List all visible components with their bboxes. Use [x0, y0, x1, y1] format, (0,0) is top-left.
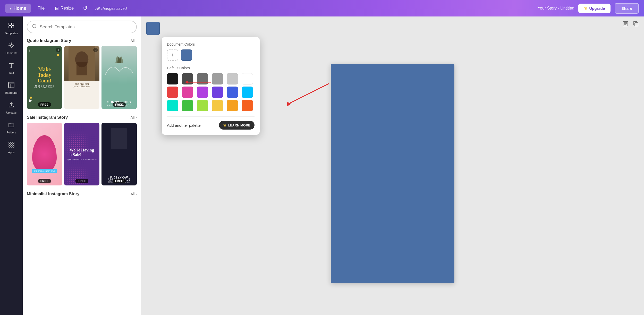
deco-dot — [57, 54, 59, 56]
folders-icon — [8, 121, 15, 130]
home-label: Home — [13, 6, 26, 11]
color-yellow[interactable] — [212, 100, 223, 111]
sale-section-title: Sale Instagram Story — [27, 115, 68, 120]
share-button[interactable]: Share — [615, 3, 639, 14]
default-colors-title: Default Colors — [167, 66, 255, 70]
sale-template-grid: END OF SEASON TOY SALE FREE We're Having… — [27, 123, 137, 186]
free-badge-apparel: FREE — [113, 179, 126, 183]
quote-see-all[interactable]: All › — [131, 39, 137, 43]
template-card-coffee[interactable]: × #put milk withyour coffee, no? — [64, 46, 99, 109]
document-colors-title: Document Colors — [167, 42, 255, 46]
sale-section-header: Sale Instagram Story All › — [27, 115, 137, 120]
crown-icon: ♛ — [584, 6, 587, 10]
color-red[interactable] — [167, 87, 178, 98]
sidebar-item-background-label: Bkground — [5, 91, 17, 94]
learn-more-button[interactable]: ♛ LEARN MORE — [219, 121, 255, 130]
sidebar-item-templates[interactable]: Templates — [1, 19, 22, 38]
svg-rect-14 — [9, 146, 10, 147]
file-label: File — [38, 6, 45, 11]
color-mid-gray[interactable] — [197, 73, 208, 84]
background-icon — [8, 82, 15, 90]
chevron-left-icon: ‹ — [10, 6, 11, 11]
card-coffee-text: #put milk withyour coffee, no? — [66, 83, 97, 88]
canvas-slide[interactable] — [331, 64, 454, 283]
undo-button[interactable]: ↺ — [80, 3, 90, 13]
color-lime[interactable] — [197, 100, 208, 111]
color-orange[interactable] — [227, 100, 238, 111]
topbar: ‹ Home File ⊞ Resize ↺ All changes saved… — [0, 0, 644, 16]
svg-rect-2 — [9, 26, 11, 28]
home-button[interactable]: ‹ Home — [5, 4, 31, 13]
sidebar-item-uploads[interactable]: Uploads — [1, 98, 22, 117]
template-card-apparel[interactable]: WINSLOUGHAPPAREL SALE 50% off all men's … — [101, 123, 137, 186]
resize-label: Resize — [60, 6, 74, 11]
document-color-1[interactable] — [181, 49, 192, 61]
color-teal[interactable] — [167, 100, 178, 111]
svg-rect-8 — [9, 142, 10, 143]
minimalist-see-all[interactable]: All › — [131, 192, 137, 196]
topbar-right: Your Story - Untitled ♛ Upgrade Share — [538, 3, 639, 14]
color-violet[interactable] — [212, 87, 223, 98]
card-sale-sub-text: Up to 50% off on selected items! — [67, 158, 97, 160]
sidebar-item-folders[interactable]: Folders — [1, 118, 22, 137]
sidebar-item-text-label: Text — [9, 71, 14, 74]
minimalist-section-title: Minimalist Instagram Story — [27, 192, 80, 196]
duplicate-button[interactable] — [633, 21, 639, 28]
svg-rect-13 — [13, 144, 14, 145]
share-label: Share — [621, 6, 632, 11]
sidebar-item-uploads-label: Uploads — [6, 111, 16, 114]
sidebar-item-background[interactable]: Bkground — [1, 79, 22, 97]
crown-icon-learn: ♛ — [223, 123, 226, 127]
sale-see-all[interactable]: All › — [131, 115, 137, 120]
template-card-sunny[interactable]: SUNNY SKIES AND GOOD VIBES FREE — [101, 46, 137, 109]
card-close-btn[interactable]: × — [56, 48, 61, 52]
sidebar-item-elements[interactable]: Elements — [1, 39, 22, 58]
color-cyan[interactable] — [242, 87, 253, 98]
document-color-swatch[interactable] — [146, 22, 160, 35]
sidebar-item-apps[interactable]: Apps — [1, 138, 22, 157]
template-card-make-today[interactable]: × MakeTodayCount THESE 24 HOURSONLY COME… — [27, 46, 62, 109]
color-blue[interactable] — [227, 87, 238, 98]
sidebar-item-templates-label: Templates — [5, 32, 18, 35]
svg-marker-31 — [285, 101, 291, 107]
sidebar-item-text[interactable]: Text — [1, 59, 22, 78]
svg-rect-10 — [13, 142, 14, 143]
color-dark-gray[interactable] — [182, 73, 193, 84]
color-pink[interactable] — [182, 87, 193, 98]
resize-button[interactable]: ⊞ Resize — [51, 3, 77, 13]
templates-panel: Quote Instagram Story All › × MakeTodayC… — [23, 16, 141, 315]
file-button[interactable]: File — [34, 4, 48, 13]
notes-button[interactable] — [622, 21, 629, 28]
search-bar[interactable] — [27, 21, 137, 33]
upgrade-button[interactable]: ♛ Upgrade — [578, 4, 611, 13]
color-pale-gray[interactable] — [227, 73, 238, 84]
main-layout: Templates Elements Text — [0, 16, 644, 315]
sidebar-item-folders-label: Folders — [7, 131, 16, 134]
color-light-gray[interactable] — [212, 73, 223, 84]
card-close-btn-2[interactable]: × — [93, 48, 98, 52]
card-sale-main-text: We're Havinga Sale! — [70, 148, 94, 157]
color-green[interactable] — [182, 100, 193, 111]
resize-icon: ⊞ — [55, 5, 59, 11]
toy-label: END OF SEASON TOY SALE — [32, 169, 57, 173]
quote-template-grid: × MakeTodayCount THESE 24 HOURSONLY COME… — [27, 46, 137, 109]
svg-rect-9 — [11, 142, 12, 143]
color-deep-orange[interactable] — [242, 100, 253, 111]
color-white[interactable] — [242, 73, 253, 84]
color-purple[interactable] — [197, 87, 208, 98]
add-color-button[interactable]: + — [167, 49, 178, 61]
learn-more-label: LEARN MORE — [228, 123, 250, 127]
uploads-icon — [8, 101, 15, 110]
svg-rect-5 — [9, 82, 14, 88]
svg-rect-27 — [635, 23, 638, 26]
saved-status: All changes saved — [95, 6, 127, 11]
search-input[interactable] — [40, 24, 132, 30]
template-card-toy[interactable]: END OF SEASON TOY SALE FREE — [27, 123, 62, 186]
card-sunny-text: SUNNY SKIES — [107, 100, 131, 104]
svg-rect-3 — [12, 26, 14, 28]
minimalist-section-header: Minimalist Instagram Story All › — [27, 192, 137, 196]
quote-section-header: Quote Instagram Story All › — [27, 38, 137, 43]
color-black[interactable] — [167, 73, 178, 84]
template-card-sale-purple[interactable]: We're Havinga Sale! Up to 50% off on sel… — [64, 123, 99, 186]
apps-icon — [8, 141, 15, 149]
